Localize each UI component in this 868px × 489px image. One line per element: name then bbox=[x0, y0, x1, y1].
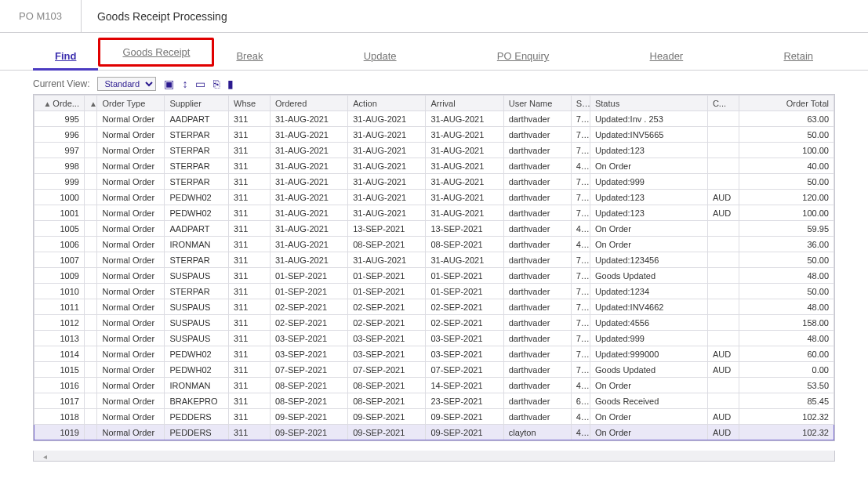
cell-status[interactable]: On Order bbox=[590, 409, 707, 425]
cell-action[interactable]: 03-SEP-2021 bbox=[348, 346, 426, 362]
table-row[interactable]: 1000Normal OrderPEDWH0231131-AUG-202131-… bbox=[35, 190, 834, 205]
cell-s[interactable]: 70 bbox=[571, 299, 590, 315]
cell-order-total[interactable]: 85.45 bbox=[739, 393, 833, 409]
cell-spacer[interactable] bbox=[84, 425, 97, 440]
tab-break[interactable]: Break bbox=[214, 50, 285, 70]
cell-c[interactable] bbox=[707, 315, 739, 331]
cell-status[interactable]: Updated:4556 bbox=[590, 315, 707, 331]
table-row[interactable]: 996Normal OrderSTERPAR31131-AUG-202131-A… bbox=[35, 127, 834, 143]
table-row[interactable]: 1009Normal OrderSUSPAUS31101-SEP-202101-… bbox=[35, 268, 834, 284]
cell-order-type[interactable]: Normal Order bbox=[97, 127, 165, 143]
cell-user-name[interactable]: darthvader bbox=[503, 268, 571, 284]
cell-status[interactable]: Goods Updated bbox=[590, 362, 707, 378]
cell-orde[interactable]: 998 bbox=[35, 158, 85, 174]
cell-action[interactable]: 31-AUG-2021 bbox=[348, 111, 426, 127]
cell-s[interactable]: 70 bbox=[571, 190, 590, 205]
table-row[interactable]: 997Normal OrderSTERPAR31131-AUG-202131-A… bbox=[35, 143, 834, 158]
cell-supplier[interactable]: SUSPAUS bbox=[165, 299, 229, 315]
table-row[interactable]: 1011Normal OrderSUSPAUS31102-SEP-202102-… bbox=[35, 299, 834, 315]
cell-orde[interactable]: 1017 bbox=[35, 393, 85, 409]
cell-arrival[interactable]: 03-SEP-2021 bbox=[426, 346, 503, 362]
col-action[interactable]: Action bbox=[348, 96, 426, 111]
cell-ordered[interactable]: 31-AUG-2021 bbox=[271, 252, 348, 268]
cell-spacer[interactable] bbox=[84, 409, 97, 425]
cell-supplier[interactable]: SUSPAUS bbox=[165, 331, 229, 346]
cell-c[interactable] bbox=[707, 378, 739, 393]
cell-order-total[interactable]: 60.00 bbox=[739, 346, 833, 362]
col-status[interactable]: Status bbox=[590, 96, 707, 111]
cell-s[interactable]: 70 bbox=[571, 205, 590, 221]
cell-order-total[interactable]: 50.00 bbox=[739, 284, 833, 299]
cell-user-name[interactable]: darthvader bbox=[503, 346, 571, 362]
cell-spacer[interactable] bbox=[84, 127, 97, 143]
cell-c[interactable] bbox=[707, 284, 739, 299]
cell-c[interactable] bbox=[707, 174, 739, 190]
cell-orde[interactable]: 997 bbox=[35, 143, 85, 158]
cell-whse[interactable]: 311 bbox=[229, 409, 271, 425]
cell-order-type[interactable]: Normal Order bbox=[97, 346, 165, 362]
cell-arrival[interactable]: 31-AUG-2021 bbox=[426, 190, 503, 205]
cell-whse[interactable]: 311 bbox=[229, 346, 271, 362]
cell-whse[interactable]: 311 bbox=[229, 190, 271, 205]
cell-supplier[interactable]: STERPAR bbox=[165, 284, 229, 299]
cell-status[interactable]: Updated:123 bbox=[590, 205, 707, 221]
cell-whse[interactable]: 311 bbox=[229, 127, 271, 143]
table-row[interactable]: 1010Normal OrderSTERPAR31101-SEP-202101-… bbox=[35, 284, 834, 299]
cell-supplier[interactable]: STERPAR bbox=[165, 143, 229, 158]
table-row[interactable]: 1019Normal OrderPEDDERS31109-SEP-202109-… bbox=[35, 425, 834, 440]
cell-ordered[interactable]: 01-SEP-2021 bbox=[271, 284, 348, 299]
cell-status[interactable]: Updated:INV4662 bbox=[590, 299, 707, 315]
cell-arrival[interactable]: 09-SEP-2021 bbox=[426, 409, 503, 425]
cell-supplier[interactable]: PEDWH02 bbox=[165, 190, 229, 205]
cell-order-type[interactable]: Normal Order bbox=[97, 393, 165, 409]
cell-c[interactable]: AUD bbox=[707, 425, 739, 440]
cell-supplier[interactable]: AADPART bbox=[165, 221, 229, 237]
cell-arrival[interactable]: 02-SEP-2021 bbox=[426, 299, 503, 315]
cell-supplier[interactable]: PEDWH02 bbox=[165, 362, 229, 378]
cell-action[interactable]: 08-SEP-2021 bbox=[348, 237, 426, 252]
document-icon[interactable]: ▮ bbox=[227, 78, 234, 90]
cell-order-total[interactable]: 48.00 bbox=[739, 331, 833, 346]
table-row[interactable]: 998Normal OrderSTERPAR31131-AUG-202131-A… bbox=[35, 158, 834, 174]
cell-supplier[interactable]: STERPAR bbox=[165, 127, 229, 143]
cell-whse[interactable]: 311 bbox=[229, 425, 271, 440]
cell-order-total[interactable]: 102.32 bbox=[739, 425, 833, 440]
cell-s[interactable]: 70 bbox=[571, 111, 590, 127]
cell-c[interactable]: AUD bbox=[707, 205, 739, 221]
cell-s[interactable]: 40 bbox=[571, 158, 590, 174]
cell-ordered[interactable]: 09-SEP-2021 bbox=[271, 425, 348, 440]
cell-orde[interactable]: 1015 bbox=[35, 362, 85, 378]
cell-spacer[interactable] bbox=[84, 346, 97, 362]
cell-orde[interactable]: 996 bbox=[35, 127, 85, 143]
cell-spacer[interactable] bbox=[84, 393, 97, 409]
cell-c[interactable] bbox=[707, 393, 739, 409]
cell-order-total[interactable]: 48.00 bbox=[739, 268, 833, 284]
cell-arrival[interactable]: 31-AUG-2021 bbox=[426, 205, 503, 221]
cell-user-name[interactable]: darthvader bbox=[503, 205, 571, 221]
cell-ordered[interactable]: 03-SEP-2021 bbox=[271, 331, 348, 346]
cell-c[interactable] bbox=[707, 158, 739, 174]
cell-c[interactable]: AUD bbox=[707, 409, 739, 425]
cell-status[interactable]: Updated:999000 bbox=[590, 346, 707, 362]
cell-order-type[interactable]: Normal Order bbox=[97, 409, 165, 425]
cell-order-type[interactable]: Normal Order bbox=[97, 158, 165, 174]
cell-user-name[interactable]: darthvader bbox=[503, 284, 571, 299]
cell-user-name[interactable]: darthvader bbox=[503, 362, 571, 378]
results-grid[interactable]: ▲Orde... ▲ Order Type Supplier Whse Orde… bbox=[33, 94, 835, 441]
cell-action[interactable]: 02-SEP-2021 bbox=[348, 315, 426, 331]
cell-whse[interactable]: 311 bbox=[229, 315, 271, 331]
cell-orde[interactable]: 1005 bbox=[35, 221, 85, 237]
table-row[interactable]: 1013Normal OrderSUSPAUS31103-SEP-202103-… bbox=[35, 331, 834, 346]
cell-action[interactable]: 31-AUG-2021 bbox=[348, 127, 426, 143]
cell-s[interactable]: 70 bbox=[571, 174, 590, 190]
cell-spacer[interactable] bbox=[84, 284, 97, 299]
cell-ordered[interactable]: 31-AUG-2021 bbox=[271, 127, 348, 143]
cell-user-name[interactable]: darthvader bbox=[503, 143, 571, 158]
cell-user-name[interactable]: darthvader bbox=[503, 174, 571, 190]
cell-whse[interactable]: 311 bbox=[229, 393, 271, 409]
table-row[interactable]: 1007Normal OrderSTERPAR31131-AUG-202131-… bbox=[35, 252, 834, 268]
cell-order-type[interactable]: Normal Order bbox=[97, 221, 165, 237]
cell-orde[interactable]: 1010 bbox=[35, 284, 85, 299]
cell-action[interactable]: 13-SEP-2021 bbox=[348, 221, 426, 237]
cell-spacer[interactable] bbox=[84, 362, 97, 378]
